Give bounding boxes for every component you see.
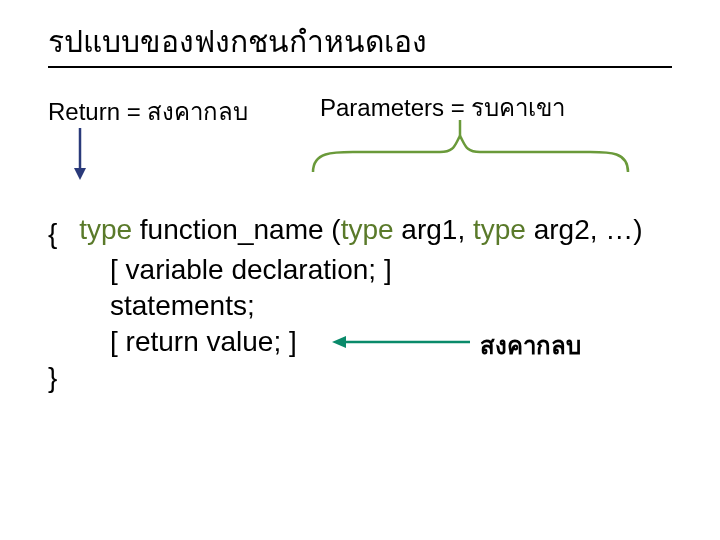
brace-icon (313, 120, 628, 172)
code-close-brace: } (48, 362, 57, 394)
arrow-left-icon (332, 336, 470, 348)
title-underline (48, 66, 672, 68)
arg1-part: arg1, (394, 214, 473, 245)
send-back-label: สงคากลบ (480, 326, 581, 365)
slide: รปแบบของฟงกชนกำหนดเอง Return = สงคากลบ P… (0, 0, 720, 540)
code-statements: statements; (110, 290, 255, 322)
svg-marker-1 (74, 168, 86, 180)
arg2-part: arg2, …) (526, 214, 643, 245)
type-keyword-return: type (79, 214, 132, 245)
type-keyword-arg1: type (341, 214, 394, 245)
svg-marker-4 (332, 336, 346, 348)
parameters-label: Parameters = รบคาเขา (320, 88, 565, 127)
code-open-brace: { (48, 218, 57, 250)
slide-title: รปแบบของฟงกชนกำหนดเอง (48, 18, 427, 65)
fn-name-part: function_name ( (132, 214, 341, 245)
code-var-decl: [ variable declaration; ] (110, 254, 392, 286)
type-keyword-arg2: type (473, 214, 526, 245)
arrow-down-icon (74, 128, 86, 180)
code-return: [ return value; ] (110, 326, 297, 358)
return-label: Return = สงคากลบ (48, 92, 248, 131)
